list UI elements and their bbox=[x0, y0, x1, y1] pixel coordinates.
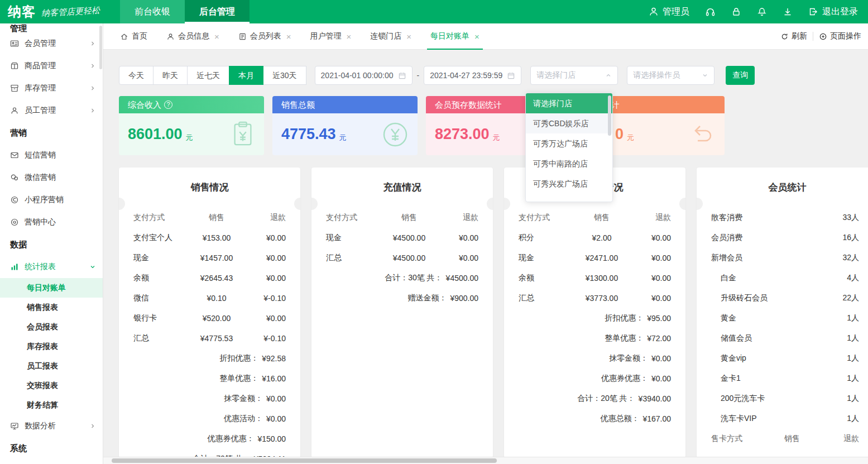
help-icon[interactable]: ? bbox=[164, 101, 172, 109]
panel-consume: 会员消费情况 支付方式 销售 退款 积分 ¥2.00 ¥0.00 现金 bbox=[504, 168, 685, 458]
staff-icon bbox=[10, 106, 19, 115]
download-icon bbox=[783, 7, 793, 17]
sidebar-subitem-sales-report[interactable]: 销售报表 bbox=[0, 298, 103, 317]
tab-chain-stores[interactable]: 连锁门店 × bbox=[370, 23, 411, 49]
store-option[interactable]: 可秀CBD娱乐店 bbox=[526, 113, 612, 133]
topbar: 纳客 纳客管店更轻松 前台收银 后台管理 管理员 退出登录 bbox=[0, 0, 868, 23]
table-header: 支付方式 销售 退款 bbox=[326, 208, 478, 228]
member-stat-row: 200元洗车卡 1人 bbox=[711, 389, 859, 409]
download-button[interactable] bbox=[783, 7, 793, 17]
dropdown-scrollbar[interactable] bbox=[608, 95, 611, 136]
sidebar-subitem-inventory-report[interactable]: 库存报表 bbox=[0, 337, 103, 356]
table-row: 汇总 ¥4500.00 ¥0.00 bbox=[326, 248, 478, 268]
bell-icon bbox=[757, 7, 767, 17]
notifications-button[interactable] bbox=[757, 7, 767, 17]
sidebar-item-wechat[interactable]: 微信营销 bbox=[0, 166, 103, 189]
sidebar-subitem-staff-report[interactable]: 员工报表 bbox=[0, 356, 103, 376]
summary-row: 折扣优惠： ¥92.58 bbox=[133, 348, 286, 369]
yuan-circle-icon bbox=[381, 120, 410, 149]
date-from-input[interactable]: 2021-04-01 00:00:00 bbox=[315, 66, 413, 85]
store-option[interactable]: 可秀万达广场店 bbox=[526, 133, 612, 154]
page-actions-icon bbox=[819, 32, 827, 41]
tab-member-info[interactable]: 会员信息 × bbox=[166, 23, 219, 49]
sidebar-item-inventory[interactable]: 库存管理 bbox=[0, 77, 103, 99]
close-tab-icon[interactable]: × bbox=[347, 32, 352, 41]
summary-row: 优惠券优惠： ¥0.00 bbox=[519, 369, 671, 389]
sidebar: 管理 会员管理 商品管理 库存管理 员工管理 营销 短信营销 微信营销 小程序营… bbox=[0, 23, 103, 464]
refresh-button[interactable]: 刷新 bbox=[780, 31, 807, 41]
sidebar-subitem-finance-settlement[interactable]: 财务结算 bbox=[0, 395, 103, 415]
tab-bar: 首页 会员信息 × 会员列表 × 用户管理 × 连锁门店 × 每日对账单 × 刷… bbox=[103, 23, 868, 50]
table-row: 余额 ¥2645.43 ¥0.00 bbox=[133, 268, 286, 288]
sidebar-item-miniapp[interactable]: 小程序营销 bbox=[0, 189, 103, 211]
store-option[interactable]: 可秀中南路的店 bbox=[526, 154, 612, 174]
tab-home[interactable]: 首页 bbox=[120, 23, 147, 49]
tab-user-management[interactable]: 用户管理 × bbox=[310, 23, 352, 49]
tab-member-list[interactable]: 会员列表 × bbox=[238, 23, 291, 49]
close-tab-icon[interactable]: × bbox=[474, 32, 479, 41]
store-option[interactable]: 可秀兴发广场店 bbox=[526, 174, 612, 194]
operator-select[interactable]: 请选择操作员 bbox=[627, 66, 714, 85]
member-card-icon bbox=[10, 39, 19, 48]
user-menu[interactable]: 管理员 bbox=[649, 6, 689, 18]
range-30days-button[interactable]: 近30天 bbox=[263, 66, 306, 85]
sidebar-item-sms[interactable]: 短信营销 bbox=[0, 144, 103, 166]
logout-button[interactable]: 退出登录 bbox=[808, 6, 858, 18]
close-tab-icon[interactable]: × bbox=[406, 32, 411, 41]
member-stat-row: 储值会员 1人 bbox=[711, 328, 859, 348]
scrollbar-thumb[interactable] bbox=[112, 458, 497, 463]
range-7days-button[interactable]: 近七天 bbox=[187, 66, 229, 85]
sidebar-item-marketing-center[interactable]: 营销中心 bbox=[0, 211, 103, 233]
store-select[interactable]: 请选择门店 bbox=[530, 66, 618, 85]
table-row: 现金 ¥1457.00 ¥0.00 bbox=[133, 248, 286, 268]
miniapp-icon bbox=[10, 195, 19, 204]
summary-row: 合计：20笔 共： ¥3940.00 bbox=[519, 389, 671, 409]
page-actions-button[interactable]: 页面操作 bbox=[819, 31, 861, 41]
nav-front-cashier[interactable]: 前台收银 bbox=[120, 0, 185, 23]
sidebar-item-goods[interactable]: 商品管理 bbox=[0, 55, 103, 77]
support-button[interactable] bbox=[705, 7, 716, 17]
table-row: 现金 ¥2471.00 ¥0.00 bbox=[519, 248, 671, 268]
sidebar-item-staff[interactable]: 员工管理 bbox=[0, 99, 103, 122]
member-stat-row: 洗车卡VIP 1人 bbox=[711, 409, 859, 429]
chevron-up-icon bbox=[605, 72, 612, 79]
sidebar-subitem-member-report[interactable]: 会员报表 bbox=[0, 317, 103, 337]
person-icon bbox=[166, 32, 175, 41]
sidebar-item-members[interactable]: 会员管理 bbox=[0, 32, 103, 55]
lock-button[interactable] bbox=[731, 7, 741, 17]
member-stat-row: 会员消费 16人 bbox=[711, 228, 859, 248]
sidebar-item-reports[interactable]: 统计报表 bbox=[0, 256, 103, 278]
inventory-icon bbox=[10, 84, 19, 93]
sidebar-section-data: 数据 bbox=[0, 233, 103, 256]
home-icon bbox=[120, 32, 128, 41]
member-stat-row: 散客消费 33人 bbox=[711, 208, 859, 228]
close-tab-icon[interactable]: × bbox=[214, 32, 219, 41]
tab-daily-statement[interactable]: 每日对账单 × bbox=[430, 23, 479, 49]
search-button[interactable]: 查询 bbox=[726, 66, 755, 85]
range-yesterday-button[interactable]: 昨天 bbox=[153, 66, 188, 85]
sidebar-item-analysis[interactable]: 数据分析 bbox=[0, 415, 103, 437]
date-to-input[interactable]: 2021-04-27 23:59:59 bbox=[424, 66, 521, 85]
table-header: 支付方式 销售 退款 bbox=[519, 208, 671, 228]
horizontal-scrollbar[interactable] bbox=[103, 457, 868, 464]
store-dropdown: 请选择门店 可秀CBD娱乐店 可秀万达广场店 可秀中南路的店 可秀兴发广场店 bbox=[525, 93, 613, 202]
range-today-button[interactable]: 今天 bbox=[119, 66, 154, 85]
panel-recharge: 充值情况 支付方式 销售 退款 现金 ¥4500.00 ¥0.00 汇总 bbox=[311, 168, 493, 458]
chevron-right-icon bbox=[89, 63, 96, 69]
nav-back-admin[interactable]: 后台管理 bbox=[185, 0, 250, 23]
chevron-right-icon bbox=[89, 107, 96, 114]
panel-sales: 销售情况 支付方式 销售 退款 支付宝个人 ¥153.00 ¥0.00 现金 bbox=[119, 168, 300, 458]
member-stat-row: 金卡1 1人 bbox=[711, 369, 859, 389]
refund-arrow-icon bbox=[689, 120, 717, 148]
sidebar-section-marketing: 营销 bbox=[0, 122, 103, 144]
range-this-month-button[interactable]: 本月 bbox=[229, 66, 263, 85]
close-tab-icon[interactable]: × bbox=[286, 32, 291, 41]
store-option[interactable]: 请选择门店 bbox=[526, 93, 612, 113]
sidebar-subitem-daily-statement[interactable]: 每日对账单 bbox=[0, 278, 103, 298]
card-sales-header: 售卡方式 销售 退款 bbox=[711, 429, 859, 449]
sales-value: 4775.43 bbox=[281, 126, 336, 143]
sidebar-scrollbar[interactable] bbox=[99, 26, 102, 69]
table-row: 积分 ¥2.00 ¥0.00 bbox=[519, 228, 671, 248]
card-total-sales: 销售总额 4775.43 元 bbox=[272, 96, 418, 155]
sidebar-subitem-shift-report[interactable]: 交班报表 bbox=[0, 376, 103, 395]
